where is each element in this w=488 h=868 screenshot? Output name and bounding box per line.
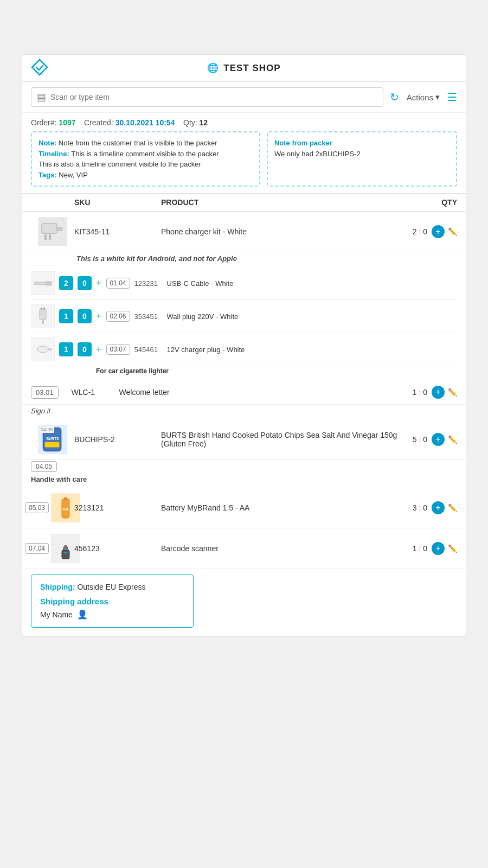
timeline-label: Timeline:: [38, 150, 69, 158]
product-row: 05.03 AA 3213121 Battery MyBRand 1.5 - A…: [22, 488, 466, 528]
scanner-add-button[interactable]: +: [432, 542, 445, 555]
kit-name: 12V charger plug - White: [167, 346, 457, 354]
user-icon: 👤: [77, 609, 88, 620]
actions-button[interactable]: Actions ▾: [407, 92, 440, 102]
hamburger-icon: ☰: [447, 91, 457, 103]
order-created-value: 30.10.2021 10:54: [115, 118, 175, 127]
battery-image-wrap: 05.03 AA: [31, 493, 74, 522]
svg-text:AA: AA: [62, 507, 69, 512]
kit-name: USB-C Cable - White: [167, 279, 457, 288]
col-header-product: PRODUCT: [161, 198, 403, 207]
app-header: 🌐 TEST SHOP: [22, 55, 466, 82]
scanner-qty: 1 : 0: [413, 544, 427, 553]
svg-rect-3: [44, 234, 47, 240]
scanner-edit-button[interactable]: ✏️: [448, 544, 457, 553]
chips-sku: BUCHIPS-2: [74, 435, 161, 444]
battery-edit-button[interactable]: ✏️: [448, 503, 457, 512]
chips-qty-cell: 5 : 0 + ✏️: [403, 433, 457, 446]
notes-row: Note: Note from the customer that is vis…: [22, 131, 466, 193]
battery-qty: 3 : 0: [413, 503, 427, 512]
product-row-battery: 05.03 AA 3213121 Battery MyBRand 1.5 - A…: [22, 488, 466, 528]
svg-marker-0: [32, 60, 47, 75]
table-header: SKU PRODUCT QTY: [22, 193, 466, 212]
kit-qty-ordered: 1: [59, 342, 73, 356]
barcode-icon: ▤: [37, 91, 46, 103]
tags-label: Tags:: [38, 171, 57, 179]
battery-sku: 3213121: [74, 503, 161, 512]
chips-image-wrap: BURTS 04.05: [31, 425, 74, 454]
kit-sku: 545461: [134, 346, 163, 354]
svg-rect-2: [57, 227, 62, 231]
wl-qty-cell: 1 : 0 + ✏️: [413, 386, 457, 399]
svg-rect-8: [42, 320, 44, 324]
add-qty-button[interactable]: +: [432, 225, 445, 238]
svg-rect-12: [48, 348, 52, 350]
svg-point-11: [37, 346, 48, 353]
svg-rect-1: [42, 224, 57, 233]
product-qty-cell: 2 : 0 + ✏️: [403, 225, 457, 238]
refresh-icon: ↻: [390, 91, 399, 103]
svg-rect-20: [62, 550, 69, 559]
chevron-down-icon: ▾: [435, 92, 440, 102]
kit-add-button[interactable]: +: [96, 278, 102, 289]
scan-input-wrap: ▤: [31, 87, 383, 107]
col-header-img: [31, 198, 74, 207]
shipping-section: Shipping: Outside EU Express Shipping ad…: [31, 575, 194, 628]
wl-add-button[interactable]: +: [432, 386, 445, 399]
product-name: Phone charger kit - White: [161, 227, 403, 236]
kit-item-row: 1 0 + 03.07 545461 12V charger plug - Wh…: [31, 333, 457, 366]
order-qty-label: Qty:: [183, 118, 197, 127]
svg-rect-7: [40, 309, 46, 320]
kit-add-button[interactable]: +: [96, 311, 102, 322]
chips-add-button[interactable]: +: [432, 433, 445, 446]
timeline-text2: This is also a timeline comment visible …: [38, 160, 201, 168]
product-row-wl: 03.01 WLC-1 Welcome letter 1 : 0 + ✏️ Si…: [22, 380, 466, 419]
shipping-name: My Name: [40, 610, 73, 619]
kit-item-row: 1 0 + 02.06 353451 Wall plug 220V - Whit…: [31, 300, 457, 333]
scan-input[interactable]: [50, 93, 377, 101]
wl-qty: 1 : 0: [413, 388, 427, 397]
chips-qty: 5 : 0: [413, 435, 427, 444]
battery-step-badge: 05.03: [25, 502, 49, 513]
kit-step: 01.04: [106, 278, 130, 289]
kit-qty-ordered: 2: [59, 276, 73, 290]
order-number-value: 1097: [59, 118, 75, 127]
order-info: Order#: 1097 Created: 30.10.2021 10:54 Q…: [22, 113, 466, 131]
customer-note-box: Note: Note from the customer that is vis…: [31, 131, 260, 187]
svg-rect-4: [49, 234, 51, 240]
kit-add-button[interactable]: +: [96, 344, 102, 355]
refresh-button[interactable]: ↻: [390, 91, 399, 104]
kit-step: 03.07: [106, 344, 130, 355]
chips-edit-button[interactable]: ✏️: [448, 435, 457, 444]
scanner-sku: 456123: [74, 544, 161, 553]
menu-button[interactable]: ☰: [447, 91, 457, 104]
shipping-address-label: Shipping address: [40, 597, 184, 606]
svg-rect-6: [46, 282, 52, 285]
chips-image: BURTS 04.05: [38, 425, 67, 454]
kit-qty-scanned: 0: [78, 342, 92, 356]
product-row: KIT345-11 Phone charger kit - White 2 : …: [22, 212, 466, 252]
scanner-qty-cell: 1 : 0 + ✏️: [403, 542, 457, 555]
chips-sub-note: Handle with care: [22, 473, 466, 488]
kit-name: Wall plug 220V - White: [167, 312, 457, 321]
timeline-text: This is a timeline comment visible to th…: [71, 150, 219, 158]
svg-rect-10: [43, 308, 45, 310]
col-header-qty: QTY: [403, 198, 457, 207]
shop-name: TEST SHOP: [223, 63, 280, 74]
product-sub-note: This is a white kit for Android, and not…: [22, 252, 466, 267]
shop-title: 🌐 TEST SHOP: [207, 62, 280, 74]
kit-qty-ordered: 1: [59, 309, 73, 323]
battery-qty-cell: 3 : 0 + ✏️: [403, 501, 457, 514]
kit-items: 2 0 + 01.04 123231 USB-C Cable - White: [22, 267, 466, 380]
product-qty: 2 : 0: [413, 227, 427, 236]
edit-button[interactable]: ✏️: [448, 227, 457, 236]
kit-item-image: [31, 337, 55, 361]
product-sku: KIT345-11: [74, 227, 161, 236]
chips-name: BURTS British Hand Cooked Potato Chips S…: [161, 431, 403, 448]
wl-product-row: 03.01 WLC-1 Welcome letter 1 : 0 + ✏️: [22, 380, 466, 405]
product-row: BURTS 04.05 BUCHIPS-2 BURTS British Hand…: [22, 419, 466, 460]
shipping-value: Outside EU Express: [77, 583, 145, 591]
battery-add-button[interactable]: +: [432, 501, 445, 514]
wl-edit-button[interactable]: ✏️: [448, 388, 457, 397]
shipping-info: Shipping: Outside EU Express: [40, 583, 184, 591]
